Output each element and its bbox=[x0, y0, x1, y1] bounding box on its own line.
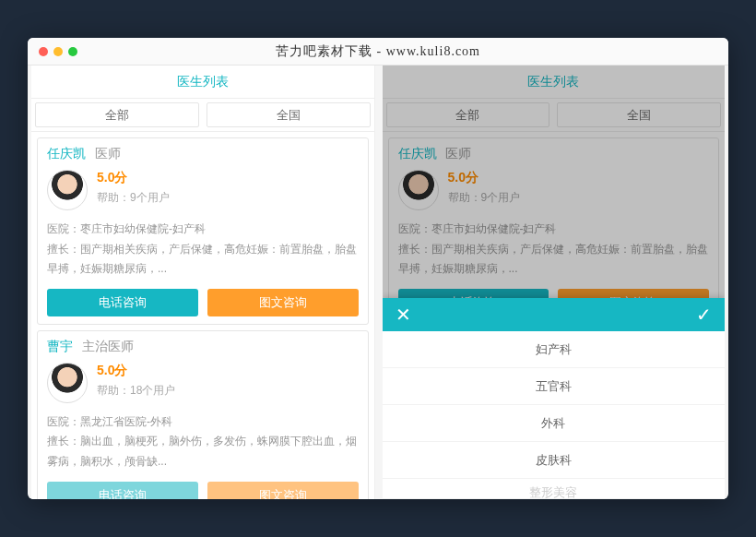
avatar bbox=[47, 363, 88, 403]
tab-all[interactable]: 全部 bbox=[35, 102, 199, 127]
sheet-option[interactable]: 外科 bbox=[383, 405, 726, 442]
help-count: 帮助：18个用户 bbox=[97, 383, 175, 399]
doctor-card: 曹宇 主治医师 5.0分 帮助：18个用户 医院：黑龙江省医院-外科 擅长：脑出… bbox=[37, 330, 369, 499]
help-count: 帮助：9个用户 bbox=[448, 190, 521, 206]
doctor-card: 任庆凯 医师 5.0分 帮助：9个用户 医院：枣庄市妇幼保健院-妇产科 擅长：围… bbox=[388, 137, 720, 325]
avatar bbox=[398, 170, 439, 210]
score: 5.0分 bbox=[448, 170, 521, 186]
browser-window: 苦力吧素材下载 - www.kuli8.com 医生列表 全部 全国 任庆凯 医… bbox=[28, 38, 728, 499]
doctor-role: 主治医师 bbox=[82, 339, 134, 353]
skill: 擅长：围产期相关疾病，产后保健，高危妊娠：前置胎盘，胎盘早搏，妊娠期糖尿病，..… bbox=[47, 240, 359, 280]
phone-consult-button[interactable]: 电话咨询 bbox=[47, 289, 198, 316]
help-count: 帮助：9个用户 bbox=[97, 190, 170, 206]
page-title: 医生列表 bbox=[31, 66, 374, 99]
window-title: 苦力吧素材下载 - www.kuli8.com bbox=[28, 43, 728, 60]
sheet-option[interactable]: 皮肤科 bbox=[383, 442, 726, 479]
doctor-name-row: 曹宇 主治医师 bbox=[47, 339, 359, 355]
doctor-name: 任庆凯 bbox=[398, 146, 437, 161]
skill: 擅长：脑出血，脑梗死，脑外伤，多发伤，蛛网膜下腔出血，烟雾病，脑积水，颅骨缺..… bbox=[47, 432, 359, 471]
hospital: 医院：枣庄市妇幼保健院-妇产科 bbox=[398, 220, 710, 240]
right-panel: 医生列表 全部 全国 任庆凯 医师 5.0分 帮助：9个用户 bbox=[383, 66, 726, 499]
bottom-sheet: ✕ ✓ 妇产科 五官科 外科 皮肤科 整形美容 bbox=[383, 298, 726, 499]
content: 医生列表 全部 全国 任庆凯 医师 5.0分 帮助：9个用户 bbox=[28, 66, 728, 499]
sheet-option[interactable]: 整形美容 bbox=[383, 479, 726, 499]
doctor-role: 医师 bbox=[445, 146, 471, 161]
hospital: 医院：黑龙江省医院-外科 bbox=[47, 412, 359, 433]
close-icon[interactable]: ✕ bbox=[396, 305, 411, 324]
left-panel: 医生列表 全部 全国 任庆凯 医师 5.0分 帮助：9个用户 bbox=[31, 66, 375, 499]
skill: 擅长：围产期相关疾病，产后保健，高危妊娠：前置胎盘，胎盘早搏，妊娠期糖尿病，..… bbox=[398, 240, 710, 280]
tab-nation[interactable]: 全国 bbox=[557, 102, 721, 127]
hospital: 医院：枣庄市妇幼保健院-妇产科 bbox=[47, 220, 359, 240]
text-consult-button[interactable]: 图文咨询 bbox=[207, 289, 359, 316]
doctor-role: 医师 bbox=[95, 146, 121, 161]
tabs: 全部 全国 bbox=[31, 99, 374, 132]
sheet-option[interactable]: 五官科 bbox=[383, 368, 726, 405]
score: 5.0分 bbox=[97, 170, 170, 186]
doctor-card: 任庆凯 医师 5.0分 帮助：9个用户 医院：枣庄市妇幼保健院-妇产科 擅长：围… bbox=[37, 137, 369, 325]
sheet-header: ✕ ✓ bbox=[383, 298, 726, 331]
doctor-name-row: 任庆凯 医师 bbox=[398, 146, 710, 162]
sheet-option[interactable]: 妇产科 bbox=[383, 331, 726, 368]
confirm-icon[interactable]: ✓ bbox=[696, 305, 712, 324]
doctor-name: 任庆凯 bbox=[47, 146, 86, 161]
doctor-name: 曹宇 bbox=[47, 339, 73, 353]
phone-consult-button[interactable]: 电话咨询 bbox=[47, 482, 198, 499]
tabs: 全部 全国 bbox=[383, 99, 726, 132]
tab-all[interactable]: 全部 bbox=[386, 102, 550, 127]
titlebar: 苦力吧素材下载 - www.kuli8.com bbox=[28, 38, 728, 66]
avatar bbox=[47, 170, 88, 210]
score: 5.0分 bbox=[97, 363, 175, 379]
page-title: 医生列表 bbox=[383, 66, 726, 99]
doctor-name-row: 任庆凯 医师 bbox=[47, 146, 359, 162]
text-consult-button[interactable]: 图文咨询 bbox=[207, 482, 359, 499]
tab-nation[interactable]: 全国 bbox=[207, 102, 371, 127]
